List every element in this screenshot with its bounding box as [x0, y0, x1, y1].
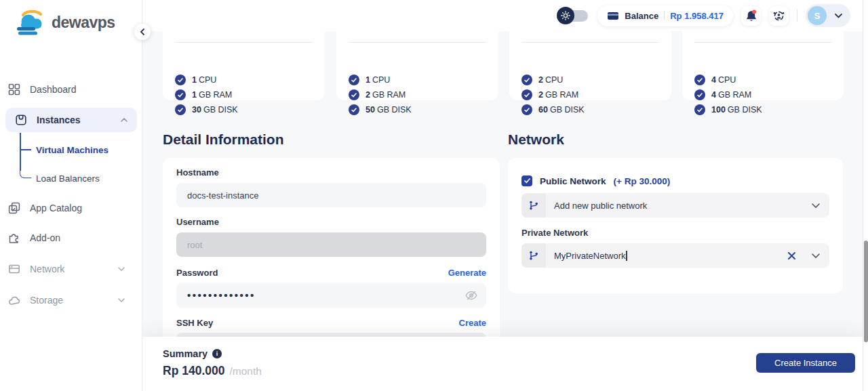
plan-spec-disk: 30GB DISK — [175, 104, 238, 115]
dashboard-icon — [8, 83, 20, 96]
check-icon — [349, 104, 359, 115]
public-network-select[interactable]: Add new public network — [521, 193, 829, 218]
check-icon — [521, 89, 532, 100]
password-label: Password — [176, 268, 218, 278]
generate-password-link[interactable]: Generate — [448, 268, 486, 278]
sidebar-item-storage[interactable]: Storage — [8, 291, 134, 310]
divider — [349, 42, 486, 43]
chevron-down-icon — [812, 253, 820, 258]
check-icon — [521, 104, 532, 115]
summary-bar: Summary i Rp 140.000 /month Create Insta… — [142, 337, 863, 391]
page-scrollbar[interactable] — [863, 0, 868, 391]
balance-value: Rp 1.958.417 — [670, 11, 724, 21]
user-menu[interactable]: S — [806, 4, 850, 27]
sidebar-item-label: Storage — [30, 295, 63, 306]
clear-icon[interactable] — [786, 250, 797, 261]
app-catalog-icon — [8, 202, 20, 214]
scrollbar-thumb[interactable] — [864, 241, 868, 342]
sidebar-item-label: Add-on — [30, 232, 60, 243]
hostname-input[interactable] — [176, 183, 486, 207]
public-network-row: Public Network (+ Rp 30.000) — [521, 176, 829, 186]
sidebar-item-label: Network — [30, 264, 64, 274]
summary-period: /month — [229, 365, 261, 377]
storage-cloud-icon — [8, 294, 20, 306]
sidebar-item-label: App Catalog — [30, 203, 82, 213]
public-network-label: Public Network — [540, 176, 606, 186]
network-card: Public Network (+ Rp 30.000) Add new pub… — [508, 158, 843, 293]
instances-icon — [15, 114, 27, 126]
network-branch-icon — [521, 243, 546, 268]
topbar: Balance Rp 1.958.417 S — [142, 0, 863, 31]
notifications-button[interactable] — [741, 6, 761, 26]
chevron-up-icon — [121, 118, 127, 122]
sidebar-collapse-button[interactable] — [134, 24, 151, 40]
divider — [797, 9, 797, 22]
public-network-select-value: Add new public network — [554, 201, 647, 211]
password-masked-value: ••••••••••••• — [187, 283, 256, 308]
divider — [175, 42, 313, 43]
brand-name: dewavps — [52, 14, 115, 32]
private-network-select[interactable]: MyPrivateNetwork — [521, 243, 829, 268]
username-label: Username — [176, 217, 486, 227]
bell-icon — [745, 9, 757, 22]
divider — [664, 11, 665, 20]
divider — [521, 42, 659, 43]
chevron-down-icon — [812, 203, 820, 208]
tree-line — [20, 169, 31, 178]
create-instance-button[interactable]: Create Instance — [756, 353, 855, 373]
plan-spec-ram: 1GB RAM — [175, 89, 232, 100]
plan-card[interactable]: 1CPU 1GB RAM 30GB DISK — [163, 30, 325, 100]
username-input — [176, 232, 486, 257]
balance-pill[interactable]: Balance Rp 1.958.417 — [597, 5, 733, 26]
check-icon — [521, 75, 532, 85]
sidebar-item-app-catalog[interactable]: App Catalog — [8, 199, 134, 218]
chevron-down-icon — [118, 298, 125, 302]
sun-icon — [557, 7, 574, 24]
password-input[interactable]: ••••••••••••• — [176, 283, 486, 308]
check-icon — [349, 75, 359, 85]
network-icon — [8, 263, 20, 275]
plan-card[interactable]: 2CPU 2GB RAM 60GB DISK — [509, 30, 671, 100]
eye-off-icon[interactable] — [465, 289, 478, 302]
public-network-checkbox[interactable] — [521, 176, 532, 186]
create-ssh-key-link[interactable]: Create — [459, 318, 486, 328]
plan-card[interactable]: 4CPU 4GB RAM 100GB DISK — [682, 30, 844, 100]
brand-logo[interactable]: dewavps — [12, 8, 115, 37]
info-icon[interactable]: i — [212, 349, 222, 358]
sidebar-item-label: Dashboard — [30, 84, 77, 95]
sidebar-item-label: Instances — [37, 115, 81, 125]
support-button[interactable] — [769, 6, 789, 26]
sidebar-item-network[interactable]: Network — [8, 260, 134, 279]
text-cursor — [626, 251, 627, 261]
credit-card-icon — [607, 10, 619, 21]
add-on-icon — [8, 232, 20, 244]
cloud-logo-icon — [12, 8, 47, 37]
sidebar-item-dashboard[interactable]: Dashboard — [8, 80, 134, 99]
chevron-down-icon — [835, 14, 842, 18]
summary-price: Rp 140.000 — [163, 364, 224, 378]
check-icon — [694, 75, 705, 85]
tree-line — [20, 133, 21, 171]
sidebar-item-virtual-machines[interactable]: Virtual Machines — [36, 145, 108, 155]
network-title: Network — [508, 131, 564, 148]
plan-spec-disk: 50GB DISK — [349, 104, 412, 115]
check-icon — [694, 104, 705, 115]
plan-spec-cpu: 1CPU — [175, 75, 216, 85]
plan-card[interactable]: 1CPU 2GB RAM 50GB DISK — [336, 30, 498, 100]
sidebar-item-instances[interactable]: Instances — [5, 108, 137, 132]
tree-line — [20, 149, 31, 150]
detail-information-card: Hostname Username Password Generate ••••… — [163, 158, 500, 341]
private-network-label: Private Network — [521, 228, 829, 238]
avatar: S — [808, 6, 827, 25]
check-icon — [349, 89, 359, 100]
check-icon — [694, 89, 705, 100]
sidebar-item-add-on[interactable]: Add-on — [8, 228, 134, 247]
network-branch-icon — [521, 193, 546, 218]
sidebar-item-load-balancers[interactable]: Load Balancers — [36, 173, 100, 184]
sidebar: dewavps Dashboard Instances — [0, 0, 142, 391]
plan-spec-disk: 100GB DISK — [694, 104, 762, 115]
check-icon — [175, 75, 186, 85]
plan-spec-ram: 2GB RAM — [521, 89, 578, 100]
plan-spec-ram: 4GB RAM — [694, 89, 751, 100]
theme-toggle[interactable] — [557, 6, 589, 25]
